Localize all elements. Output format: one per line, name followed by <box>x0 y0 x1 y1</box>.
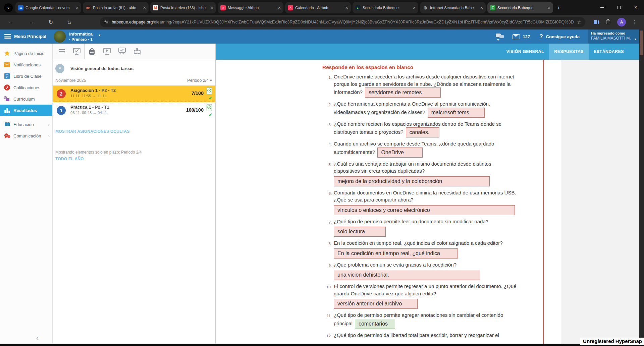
sidebar-item-label: Notificaciones <box>13 62 41 67</box>
results-monitor-button[interactable] <box>114 44 129 59</box>
extensions-button[interactable] <box>603 15 613 30</box>
back-button[interactable]: ← <box>6 15 16 30</box>
browser-menu-button[interactable]: ⋮ <box>629 15 639 30</box>
side-panel-button[interactable] <box>591 15 601 30</box>
chevron-down-icon: ∨ <box>7 5 10 10</box>
mail-icon[interactable] <box>513 34 520 39</box>
question-text: videollamadas y organización de clases? <box>334 109 425 115</box>
reload-button[interactable]: ↻ <box>46 15 56 30</box>
browser-tab-intranet[interactable]: ⊕ Intranet Secundaria Babe × <box>420 2 486 13</box>
assignments-backpack-button[interactable] <box>84 44 99 59</box>
close-icon[interactable]: × <box>76 5 78 10</box>
help-icon[interactable]: ? <box>539 33 543 40</box>
question-text: En la coedición en tiempo real, ¿qué ind… <box>334 240 503 246</box>
tab-title: Calendario - Airbnb <box>295 6 343 10</box>
maximize-button[interactable] <box>610 0 627 15</box>
question-column: Responde en los espacios en blanco 1. On… <box>320 64 554 341</box>
site-settings-icon[interactable] <box>104 20 108 24</box>
address-bar[interactable]: babeque.edupage.org /elearning/?eqa=Y21k… <box>100 17 585 27</box>
answer-box[interactable]: canales. <box>406 127 439 137</box>
assignment-title: Práctica 1 <box>70 105 91 110</box>
hamburger-menu-icon[interactable] <box>4 34 11 40</box>
new-tab-button[interactable]: + <box>557 5 560 11</box>
question-number: 9. <box>320 262 332 270</box>
browser-tab-active-edupage[interactable]: E Secundaria Babeque × <box>487 2 553 13</box>
close-icon[interactable]: × <box>143 5 146 10</box>
tab-answers[interactable]: RESPUESTAS <box>549 44 589 60</box>
show-hidden-assignments-link[interactable]: MOSTRAR ASIGNACIONES OCULTAS <box>55 129 213 134</box>
answer-box[interactable]: OneDrive <box>377 148 423 158</box>
star-icon <box>3 50 11 57</box>
assignment-row-selected[interactable]: 2 Asignación 1 - P2 - T2 11.11. 11:55 → … <box>53 85 215 102</box>
sidebar-item-home[interactable]: Página de Inicio <box>0 48 52 59</box>
all-year-link[interactable]: TODO EL AÑO <box>55 157 213 161</box>
main-menu-label[interactable]: Menú Principal <box>14 34 46 39</box>
collapse-sidebar-button[interactable]: ‹ <box>36 334 39 342</box>
home-button[interactable]: ⌂ <box>64 15 74 30</box>
chat-icon[interactable] <box>496 34 504 40</box>
question-number: 3. <box>320 121 332 129</box>
side-panel-icon <box>594 20 599 24</box>
answer-box[interactable]: servidores de remotes <box>365 88 441 98</box>
answer-box[interactable]: maicresoft tems <box>428 108 485 118</box>
scrollbar-thumb[interactable] <box>640 31 643 55</box>
check-icon: ✔ <box>209 112 212 117</box>
sidebar-item-label: Resultados <box>13 108 37 113</box>
standards-book-button[interactable] <box>129 44 145 59</box>
grades-pen-icon <box>3 84 11 91</box>
answer-box-correct[interactable]: comentarios <box>355 319 395 329</box>
close-window-button[interactable]: × <box>627 0 644 15</box>
answer-box[interactable]: vínculos o enlaces y correo electrónico <box>334 205 515 215</box>
sidebar-item-curriculum[interactable]: Currículum <box>0 93 52 105</box>
overview-row[interactable]: * Visión general de todos tareas <box>53 59 215 77</box>
assignment-suffix: - P2 - T1 <box>91 105 109 110</box>
browser-tab-gcal[interactable]: 12 Google Calendar - novem × <box>15 2 81 13</box>
list-view-button[interactable] <box>54 44 69 59</box>
tab-standards[interactable]: ESTÁNDARES <box>589 44 629 60</box>
close-icon[interactable]: × <box>345 5 348 10</box>
answer-box[interactable]: mejora de la productividad y la colabora… <box>334 176 490 186</box>
minimize-button[interactable] <box>594 0 610 15</box>
close-icon[interactable]: × <box>480 5 483 10</box>
browser-tab-mail-1[interactable]: 80+ Posta in arrivo (81) - aldo × <box>83 2 149 13</box>
assignment-row[interactable]: 1 Práctica 1 - P2 - T1 06.11. 09:43 → 04… <box>53 102 215 119</box>
sidebar-item-results[interactable]: Resultados <box>0 105 52 116</box>
browser-tab-airbnb-calendar[interactable]: ∩ Calendario - Airbnb × <box>285 2 351 13</box>
close-icon[interactable]: × <box>413 5 416 10</box>
bookmark-star-icon[interactable]: ☆ <box>577 19 581 25</box>
bottom-border <box>0 344 644 346</box>
browser-tab-airbnb-messages[interactable]: ∩ Messaggi • Airbnb × <box>218 2 283 13</box>
forward-button[interactable]: → <box>27 15 37 30</box>
presentation-button[interactable] <box>99 44 114 59</box>
question-text: ¿Qué tipo de permiso da libertad total p… <box>334 332 499 338</box>
course-avatar[interactable] <box>54 31 66 43</box>
sidebar-item-notifications[interactable]: Notificaciones <box>0 59 52 70</box>
tab-overview[interactable]: VISIÓN GENERAL <box>501 44 549 60</box>
answer-box[interactable]: versión anterior del archivo <box>334 299 418 309</box>
period-selector[interactable]: Periodo 2/4 ▾ <box>187 78 212 83</box>
browser-tab-mail-2[interactable]: M Posta in arrivo (163) - ishe × <box>150 2 216 13</box>
get-help-label[interactable]: Consigue ayuda <box>546 34 580 39</box>
close-icon[interactable]: × <box>278 5 281 10</box>
profile-button[interactable]: A <box>616 15 627 30</box>
answer-box[interactable]: solo lectura <box>334 227 386 237</box>
close-icon[interactable]: × <box>548 5 550 10</box>
sidebar-item-grades[interactable]: Calificaciones <box>0 82 52 93</box>
tests-monitor-button[interactable] <box>69 44 84 59</box>
question-text: ¿Cuál es una ventaja de trabajar un mism… <box>334 161 491 167</box>
question-1: 1. OneDrive permite acceder a los archiv… <box>320 73 554 98</box>
page-scrollbar[interactable] <box>639 30 644 346</box>
sidebar-item-communication[interactable]: Comunicación › <box>0 130 52 141</box>
sidebar-item-education[interactable]: Educación › <box>0 119 52 130</box>
check-icon: ✔ <box>209 96 212 101</box>
tab-search-button[interactable]: ∨ <box>4 3 13 12</box>
question-text: automáticamente? <box>334 149 375 155</box>
close-icon[interactable]: × <box>211 5 213 10</box>
course-selector[interactable]: Informática · Primero - 1 <box>69 31 93 42</box>
sidebar-item-class-book[interactable]: Libro de Clase <box>0 70 52 82</box>
user-menu[interactable]: Ha ingresado como FAMILIA MASOTTI M... ▾ <box>588 30 639 44</box>
sidebar-item-label: Libro de Clase <box>13 74 42 79</box>
answer-box[interactable]: En la coedición en tiempo real, ¿qué ind… <box>334 248 458 258</box>
browser-tab-babeque[interactable]: ▶ Secundaria Babeque × <box>353 2 418 13</box>
answer-box[interactable]: una vicion dehistorial. <box>334 270 480 280</box>
